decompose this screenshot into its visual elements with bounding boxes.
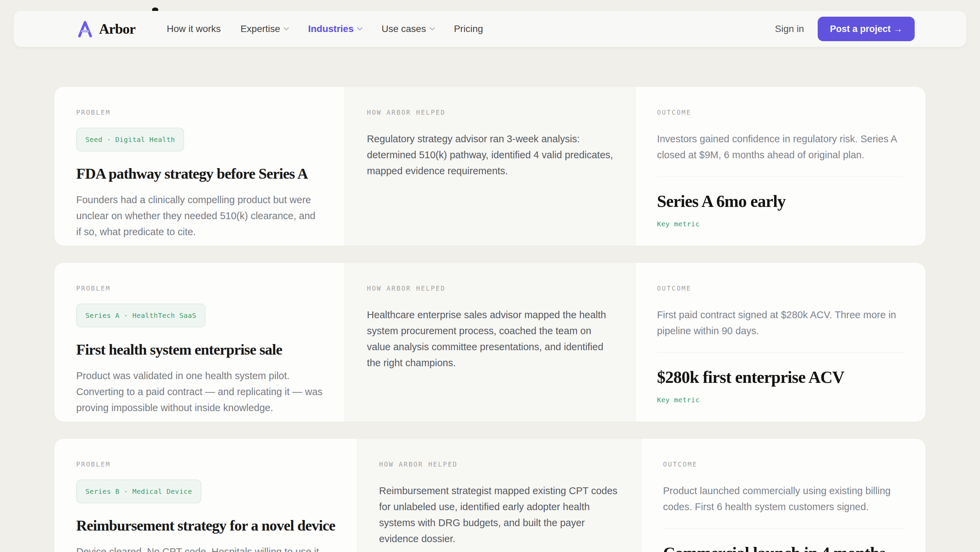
case-title: First health system enterprise sale bbox=[76, 341, 323, 358]
case-title: Reimbursement strategy for a novel devic… bbox=[76, 517, 335, 534]
nav-item-label: Pricing bbox=[454, 24, 483, 34]
outcome-column: OUTCOME First paid contract signed at $2… bbox=[635, 263, 926, 422]
outcome-body: Product launched commercially using exis… bbox=[663, 483, 904, 515]
problem-label: PROBLEM bbox=[76, 108, 323, 116]
problem-body: Founders had a clinically compelling pro… bbox=[76, 192, 323, 240]
stage-industry-badge: Seed · Digital Health bbox=[76, 127, 184, 151]
problem-column: PROBLEM Seed · Digital Health FDA pathwa… bbox=[54, 87, 345, 246]
nav-links: How it works Expertise Industries Use ca… bbox=[167, 24, 483, 34]
outcome-body: First paid contract signed at $280k ACV.… bbox=[657, 307, 904, 339]
key-metric-label: Key metric bbox=[657, 396, 904, 404]
problem-column: PROBLEM Series B · Medical Device Reimbu… bbox=[54, 439, 357, 552]
outcome-label: OUTCOME bbox=[657, 108, 904, 116]
how-arbor-helped-column: HOW ARBOR HELPED Reimbursement strategis… bbox=[357, 439, 641, 552]
nav-item-expertise[interactable]: Expertise bbox=[240, 24, 288, 34]
key-metric-value: Commercial launch in 4 months bbox=[663, 543, 904, 552]
chevron-down-icon bbox=[284, 25, 289, 30]
chevron-down-icon bbox=[430, 25, 435, 30]
case-study-list: PROBLEM Seed · Digital Health FDA pathwa… bbox=[54, 87, 926, 552]
how-arbor-helped-column: HOW ARBOR HELPED Regulatory strategy adv… bbox=[345, 87, 635, 246]
outcome-divider bbox=[663, 528, 904, 529]
top-nav: Arbor How it works Expertise Industries … bbox=[14, 11, 966, 47]
logo-wordmark: Arbor bbox=[99, 21, 135, 37]
nav-item-label: Expertise bbox=[240, 24, 280, 34]
helped-label: HOW ARBOR HELPED bbox=[379, 460, 619, 468]
helped-label: HOW ARBOR HELPED bbox=[367, 285, 613, 292]
case-card: PROBLEM Series B · Medical Device Reimbu… bbox=[54, 439, 926, 552]
problem-body: Device cleared. No CPT code. Hospitals w… bbox=[76, 544, 335, 552]
helped-body: Regulatory strategy advisor ran 3-week a… bbox=[367, 131, 613, 179]
nav-item-label: How it works bbox=[167, 24, 221, 34]
outcome-label: OUTCOME bbox=[663, 460, 904, 468]
key-metric-value: Series A 6mo early bbox=[657, 191, 904, 211]
stage-industry-badge: Series B · Medical Device bbox=[76, 479, 202, 503]
helped-label: HOW ARBOR HELPED bbox=[367, 108, 613, 116]
nav-item-use-cases[interactable]: Use cases bbox=[382, 24, 434, 34]
outcome-column: OUTCOME Investors gained confidence in r… bbox=[635, 87, 926, 246]
case-card: PROBLEM Series A · HealthTech SaaS First… bbox=[54, 263, 926, 422]
nav-item-pricing[interactable]: Pricing bbox=[454, 24, 483, 34]
nav-item-label: Industries bbox=[308, 24, 353, 34]
nav-item-industries[interactable]: Industries bbox=[308, 24, 362, 34]
outcome-label: OUTCOME bbox=[657, 285, 904, 292]
stage-industry-badge: Series A · HealthTech SaaS bbox=[76, 304, 205, 328]
outcome-column: OUTCOME Product launched commercially us… bbox=[641, 439, 926, 552]
outcome-body: Investors gained confidence in regulator… bbox=[657, 131, 904, 163]
case-card: PROBLEM Seed · Digital Health FDA pathwa… bbox=[54, 87, 926, 246]
sign-in-link[interactable]: Sign in bbox=[775, 24, 804, 34]
problem-column: PROBLEM Series A · HealthTech SaaS First… bbox=[54, 263, 345, 422]
problem-label: PROBLEM bbox=[76, 460, 335, 468]
nav-right: Sign in Post a project → bbox=[775, 17, 915, 41]
outcome-divider bbox=[657, 353, 904, 353]
how-arbor-helped-column: HOW ARBOR HELPED Healthcare enterprise s… bbox=[345, 263, 635, 422]
nav-item-how-it-works[interactable]: How it works bbox=[167, 24, 221, 34]
post-a-project-button[interactable]: Post a project → bbox=[818, 17, 915, 41]
arbor-logo[interactable]: Arbor bbox=[76, 20, 135, 38]
key-metric-value: $280k first enterprise ACV bbox=[657, 367, 904, 387]
key-metric-label: Key metric bbox=[657, 220, 904, 228]
problem-body: Product was validated in one health syst… bbox=[76, 368, 323, 416]
case-title: FDA pathway strategy before Series A bbox=[76, 165, 323, 182]
problem-label: PROBLEM bbox=[76, 285, 323, 292]
outcome-divider bbox=[657, 177, 904, 177]
helped-body: Reimbursement strategist mapped existing… bbox=[379, 483, 619, 547]
helped-body: Healthcare enterprise sales advisor mapp… bbox=[367, 307, 613, 371]
arbor-logo-icon bbox=[76, 20, 94, 38]
nav-item-label: Use cases bbox=[382, 24, 426, 34]
chevron-down-icon bbox=[357, 25, 363, 30]
